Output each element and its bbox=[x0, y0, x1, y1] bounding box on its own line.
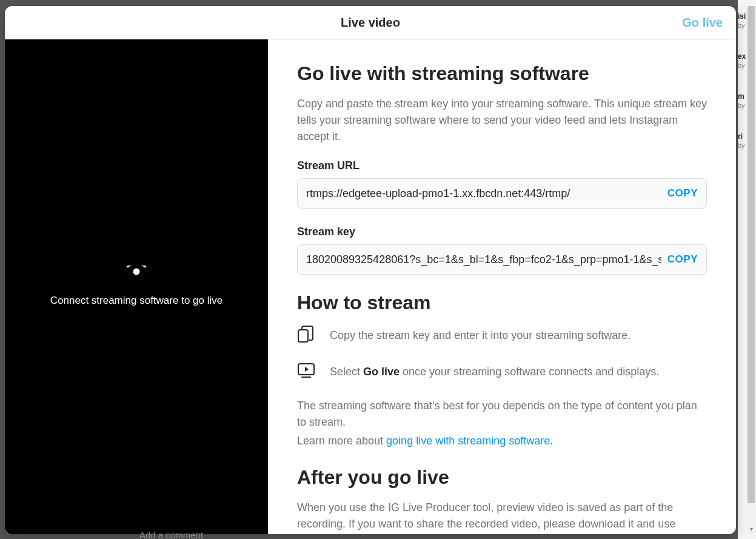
stream-url-value[interactable]: rtmps://edgetee-upload-pmo1-1.xx.fbcdn.n… bbox=[306, 187, 661, 200]
background-comment-placeholder: Add a comment bbox=[139, 530, 203, 539]
copy-icon bbox=[297, 325, 315, 346]
learn-more-prefix: Learn more about bbox=[297, 435, 386, 447]
step-2-suffix: once your streaming software connects an… bbox=[400, 366, 659, 378]
step-1-row: Copy the stream key and enter it into yo… bbox=[297, 325, 707, 346]
scrollbar-thumb[interactable] bbox=[748, 6, 755, 503]
content-pane: Go live with streaming software Copy and… bbox=[268, 39, 736, 534]
stream-url-label: Stream URL bbox=[297, 159, 707, 172]
stream-url-field: rtmps://edgetee-upload-pmo1-1.xx.fbcdn.n… bbox=[297, 178, 707, 209]
software-note: The streaming software that's best for y… bbox=[297, 398, 707, 430]
step-2-row: Select Go live once your streaming softw… bbox=[297, 363, 707, 381]
svg-point-0 bbox=[133, 268, 140, 275]
copy-stream-key-button[interactable]: COPY bbox=[661, 253, 698, 266]
page-scrollbar[interactable]: ▾ bbox=[746, 6, 756, 533]
modal-title: Live video bbox=[341, 16, 400, 30]
step-1-text: Copy the stream key and enter it into yo… bbox=[330, 329, 631, 342]
stream-key-field: 18020089325428061?s_bc=1&s_bl=1&s_fbp=fc… bbox=[297, 244, 707, 275]
stream-key-value[interactable]: 18020089325428061?s_bc=1&s_bl=1&s_fbp=fc… bbox=[306, 253, 661, 266]
step-2-bold: Go live bbox=[363, 366, 400, 378]
step-2-prefix: Select bbox=[330, 366, 363, 378]
go-live-button[interactable]: Go live bbox=[682, 16, 723, 30]
intro-paragraph: Copy and paste the stream key into your … bbox=[297, 96, 707, 145]
after-go-live-text: When you use the IG Live Producer tool, … bbox=[297, 500, 707, 534]
modal-body: Connect streaming software to go live Go… bbox=[5, 39, 736, 534]
copy-stream-url-button[interactable]: COPY bbox=[661, 187, 698, 199]
headline-after-go-live: After you go live bbox=[297, 466, 707, 489]
live-monitor-icon bbox=[297, 363, 315, 381]
video-preview-pane: Connect streaming software to go live bbox=[5, 39, 268, 534]
learn-more-link[interactable]: going live with streaming software. bbox=[386, 435, 553, 447]
modal-header: Live video Go live bbox=[5, 6, 736, 39]
step-2-text: Select Go live once your streaming softw… bbox=[330, 366, 659, 378]
svg-rect-1 bbox=[298, 330, 308, 342]
preview-message: Connect streaming software to go live bbox=[50, 293, 222, 309]
stream-key-label: Stream key bbox=[297, 226, 707, 238]
visibility-icon bbox=[126, 266, 147, 281]
headline-how-to-stream: How to stream bbox=[297, 292, 707, 314]
headline-go-live-software: Go live with streaming software bbox=[297, 62, 707, 85]
live-video-modal: Live video Go live Connect streaming sof… bbox=[5, 6, 736, 534]
scrollbar-down-icon[interactable]: ▾ bbox=[748, 526, 754, 532]
